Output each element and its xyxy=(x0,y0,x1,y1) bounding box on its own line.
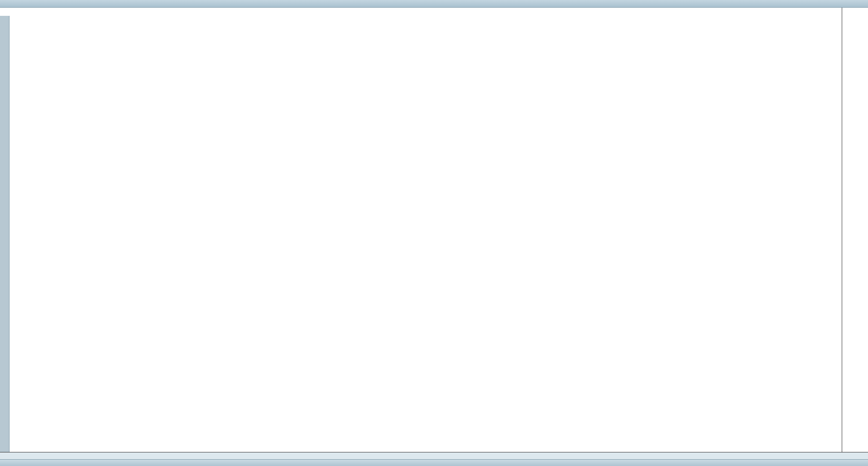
bottom-taskbar xyxy=(0,459,868,466)
main-toolbar xyxy=(0,0,868,8)
drawing-tools-sidebar xyxy=(0,16,10,452)
price-axis[interactable] xyxy=(842,8,868,452)
trading-app-window xyxy=(0,0,868,466)
